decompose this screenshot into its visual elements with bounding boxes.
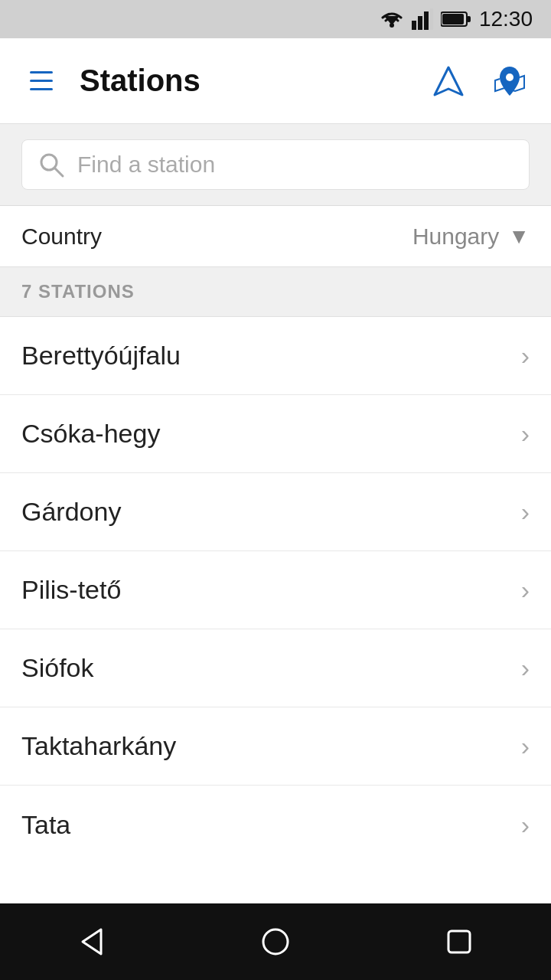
status-bar: 12:30 [0, 0, 551, 38]
app-bar-actions [429, 61, 530, 101]
chevron-right-icon: › [521, 653, 530, 683]
bottom-nav [0, 903, 551, 980]
status-icons: 12:30 [380, 7, 533, 31]
svg-marker-14 [83, 929, 101, 954]
hamburger-button[interactable] [21, 61, 61, 101]
hamburger-line-1 [30, 71, 53, 74]
svg-point-11 [506, 74, 514, 81]
back-button[interactable] [61, 911, 122, 972]
svg-rect-16 [448, 931, 470, 952]
svg-point-2 [390, 23, 394, 28]
home-icon [259, 925, 292, 959]
station-name: Tata [21, 810, 70, 840]
map-button[interactable] [490, 61, 530, 101]
hamburger-line-2 [30, 80, 53, 82]
status-time: 12:30 [479, 7, 533, 31]
list-item[interactable]: Berettyóújfalu› [0, 317, 551, 395]
chevron-right-icon: › [521, 575, 530, 605]
chevron-right-icon: › [521, 731, 530, 761]
dropdown-arrow-icon: ▼ [508, 224, 530, 249]
svg-line-13 [54, 168, 63, 176]
app-bar: Stations [0, 38, 551, 124]
country-value: Hungary [412, 224, 499, 250]
home-button[interactable] [245, 911, 306, 972]
search-container [0, 124, 551, 206]
station-name: Gárdony [21, 497, 121, 527]
search-input-wrapper [21, 139, 530, 190]
recent-button[interactable] [429, 911, 490, 972]
svg-rect-9 [442, 14, 464, 24]
list-item[interactable]: Siófok› [0, 629, 551, 707]
navigate-button[interactable] [429, 61, 468, 101]
navigate-icon [432, 64, 465, 98]
battery-icon [441, 11, 471, 28]
chevron-right-icon: › [521, 810, 530, 840]
section-header: 7 STATIONS [0, 267, 551, 317]
station-name: Taktaharkány [21, 731, 176, 761]
svg-rect-3 [412, 21, 416, 30]
signal-icon [412, 8, 433, 30]
search-icon [37, 151, 65, 178]
wifi-icon [380, 10, 404, 28]
station-name: Csóka-hegy [21, 419, 160, 449]
country-label: Country [21, 224, 102, 250]
svg-rect-5 [424, 11, 429, 30]
list-item[interactable]: Tata› [0, 786, 551, 864]
list-item[interactable]: Taktaharkány› [0, 707, 551, 786]
station-name: Siófok [21, 653, 94, 683]
search-input[interactable] [77, 152, 514, 178]
back-icon [75, 925, 109, 959]
recent-icon [442, 925, 476, 959]
list-item[interactable]: Csóka-hegy› [0, 395, 551, 473]
station-count: 7 STATIONS [21, 281, 135, 302]
station-name: Berettyóújfalu [21, 341, 181, 371]
country-selector[interactable]: Country Hungary ▼ [0, 206, 551, 267]
svg-point-15 [263, 929, 288, 954]
chevron-right-icon: › [521, 419, 530, 449]
list-item[interactable]: Gárdony› [0, 473, 551, 551]
svg-rect-4 [418, 16, 422, 30]
chevron-right-icon: › [521, 341, 530, 371]
hamburger-line-3 [30, 88, 53, 90]
country-value-wrapper[interactable]: Hungary ▼ [412, 224, 530, 250]
chevron-right-icon: › [521, 497, 530, 527]
station-list: Berettyóújfalu›Csóka-hegy›Gárdony›Pilis-… [0, 317, 551, 903]
page-title: Stations [80, 64, 429, 98]
svg-rect-8 [467, 16, 471, 22]
svg-rect-6 [430, 8, 433, 30]
map-icon [492, 64, 527, 99]
svg-marker-10 [435, 67, 462, 95]
list-item[interactable]: Pilis-tető› [0, 551, 551, 629]
station-name: Pilis-tető [21, 575, 121, 605]
